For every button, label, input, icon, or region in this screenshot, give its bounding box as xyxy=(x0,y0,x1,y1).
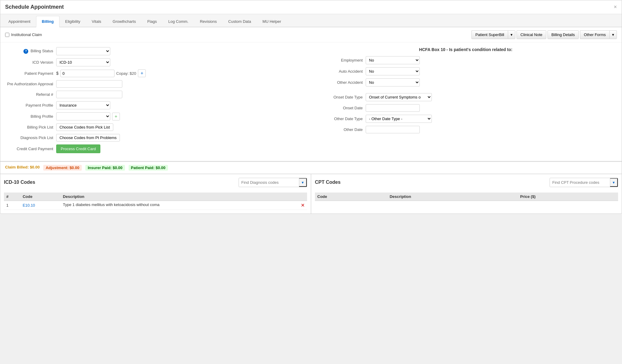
patient-paid-value: $0.00 xyxy=(156,165,166,170)
icd-codes-table: # Code Description 1 E10.10 Type 1 diabe… xyxy=(4,193,307,210)
icd-description-text: Type 1 diabetes mellitus with ketoacidos… xyxy=(63,202,160,207)
icd-row-code: E10.10 xyxy=(20,201,60,210)
payment-profile-select[interactable]: Insurance Self Pay xyxy=(56,101,110,109)
cpt-search-button[interactable]: ▾ xyxy=(610,178,618,187)
other-forms-dropdown: Other Forms ▾ xyxy=(580,30,617,39)
tab-eligibility[interactable]: Eligibility xyxy=(59,16,86,27)
pre-auth-row: Pre Authorization Approval xyxy=(5,80,307,88)
icd-version-select[interactable]: ICD-10 ICD-9 xyxy=(56,58,110,66)
tab-billing[interactable]: Billing xyxy=(36,16,59,27)
patient-superbill-button[interactable]: Patient SuperBill xyxy=(471,30,508,39)
cpt-search: ▾ xyxy=(550,178,618,187)
clinical-note-button[interactable]: Clinical Note xyxy=(517,30,546,39)
other-forms-button[interactable]: Other Forms xyxy=(580,30,609,39)
other-date-type-select[interactable]: - Other Date Type - Last Menstrual Perio… xyxy=(366,115,432,123)
pre-auth-input[interactable] xyxy=(56,80,122,88)
tab-flags[interactable]: Flags xyxy=(142,16,163,27)
claim-billed: Claim Billed: $0.00 xyxy=(5,165,40,171)
employment-label: Employment xyxy=(315,58,366,62)
icd-col-num: # xyxy=(4,193,20,201)
tab-appointment[interactable]: Appointment xyxy=(3,16,36,27)
billing-status-label-container: ? Billing Status xyxy=(5,49,56,54)
onset-date-type-select[interactable]: Onset of Current Symptoms o Other xyxy=(366,93,432,101)
claim-billed-label: Claim Billed: xyxy=(5,165,29,169)
employment-select[interactable]: No Yes xyxy=(366,56,420,64)
patient-payment-add-button[interactable]: + xyxy=(138,69,146,77)
tab-bar: Appointment Billing Eligibility Vitals G… xyxy=(0,14,622,27)
institutional-claim-checkbox[interactable] xyxy=(5,33,9,37)
dollar-sign: $ xyxy=(56,71,59,76)
patient-paid: Patient Paid: $0.00 xyxy=(129,165,168,171)
other-date-input[interactable] xyxy=(366,126,420,133)
icd-code-link[interactable]: E10.10 xyxy=(23,203,35,208)
other-date-type-label: Other Date Type xyxy=(315,117,366,121)
cpt-col-price: Price ($) xyxy=(518,193,618,201)
title-bar: Schedule Appointment × xyxy=(0,0,622,14)
patient-paid-label: Patient Paid: xyxy=(131,165,155,170)
icd-delete-button[interactable]: ✕ xyxy=(301,202,305,208)
referral-input[interactable] xyxy=(56,91,122,98)
billing-status-help-icon[interactable]: ? xyxy=(23,49,28,54)
form-left-column: ? Billing Status Active Inactive ICD Ver… xyxy=(5,47,307,156)
icd-row-description: Type 1 diabetes mellitus with ketoacidos… xyxy=(60,201,307,210)
referral-label: Referral # xyxy=(5,92,56,97)
tab-customdata[interactable]: Custom Data xyxy=(223,16,257,27)
patient-payment-controls: $ Copay: $20 + xyxy=(56,69,146,77)
billing-profile-label: Billing Profile xyxy=(5,114,56,119)
other-date-label: Other Date xyxy=(315,127,366,132)
icd-version-label: ICD Version xyxy=(5,60,56,65)
auto-accident-select[interactable]: No Yes xyxy=(366,67,420,75)
adjustment: Adjustment: $0.00 xyxy=(43,165,82,171)
billing-profile-controls: + xyxy=(56,112,120,120)
window-title: Schedule Appointment xyxy=(5,4,64,10)
diagnosis-pick-list-row: Diagnosis Pick List Choose Codes from Pt… xyxy=(5,134,307,141)
claim-billed-value: $0.00 xyxy=(30,165,40,169)
other-forms-arrow[interactable]: ▾ xyxy=(609,30,617,39)
pre-auth-label: Pre Authorization Approval xyxy=(5,82,56,86)
billing-details-button[interactable]: Billing Details xyxy=(547,30,579,39)
cpt-search-input[interactable] xyxy=(550,179,610,186)
billing-pick-list-button[interactable]: Choose Codes from Pick List xyxy=(56,123,113,131)
insurer-paid-value: $0.00 xyxy=(113,165,123,170)
patient-payment-label: Patient Payment xyxy=(5,71,56,76)
tab-revisions[interactable]: Revisions xyxy=(194,16,222,27)
tab-muhelper[interactable]: MU Helper xyxy=(257,16,287,27)
diagnosis-pick-list-label: Diagnosis Pick List xyxy=(5,135,56,140)
cpt-codes-table: Code Description Price ($) xyxy=(315,193,618,201)
cpt-col-code: Code xyxy=(315,193,387,201)
patient-payment-input[interactable] xyxy=(60,70,114,77)
patient-superbill-arrow[interactable]: ▾ xyxy=(508,30,515,39)
process-credit-card-button[interactable]: Process Credit Card xyxy=(56,144,100,153)
tab-vitals[interactable]: Vitals xyxy=(86,16,107,27)
icd-codes-title: ICD-10 Codes xyxy=(4,180,35,185)
icd-version-row: ICD Version ICD-10 ICD-9 xyxy=(5,58,307,66)
toolbar-right-buttons: Patient SuperBill ▾ Clinical Note Billin… xyxy=(471,30,617,39)
other-accident-select[interactable]: No Yes xyxy=(366,78,420,86)
other-accident-label: Other Accident xyxy=(315,80,366,85)
billing-status-select[interactable]: Active Inactive xyxy=(56,47,110,55)
referral-row: Referral # xyxy=(5,91,307,98)
icd-search-button[interactable]: ▾ xyxy=(299,178,307,187)
payment-profile-label: Payment Profile xyxy=(5,103,56,108)
table-row: 1 E10.10 Type 1 diabetes mellitus with k… xyxy=(4,201,307,210)
insurer-paid-label: Insurer Paid: xyxy=(88,165,111,170)
close-button[interactable]: × xyxy=(614,4,617,10)
billing-status-label: Billing Status xyxy=(31,49,53,53)
diagnosis-pick-list-button[interactable]: Choose Codes from Pt Problems xyxy=(56,134,120,141)
billing-pick-list-row: Billing Pick List Choose Codes from Pick… xyxy=(5,123,307,131)
tab-growthcharts[interactable]: Growthcharts xyxy=(107,16,142,27)
tab-logcomm[interactable]: Log Comm. xyxy=(163,16,194,27)
cpt-col-description: Description xyxy=(387,193,518,201)
icd-col-description: Description xyxy=(60,193,307,201)
billing-form-area: ? Billing Status Active Inactive ICD Ver… xyxy=(0,42,622,161)
billing-profile-row: Billing Profile + xyxy=(5,112,307,120)
onset-date-type-label: Onset Date Type xyxy=(315,95,366,99)
schedule-appointment-window: Schedule Appointment × Appointment Billi… xyxy=(0,0,622,214)
billing-profile-add-button[interactable]: + xyxy=(112,113,120,120)
other-date-row: Other Date xyxy=(315,126,617,133)
icd-search-input[interactable] xyxy=(239,179,299,186)
cpt-codes-title: CPT Codes xyxy=(315,180,340,185)
onset-date-input[interactable] xyxy=(366,104,420,112)
billing-profile-select[interactable] xyxy=(56,112,110,120)
auto-accident-label: Auto Accident xyxy=(315,69,366,74)
